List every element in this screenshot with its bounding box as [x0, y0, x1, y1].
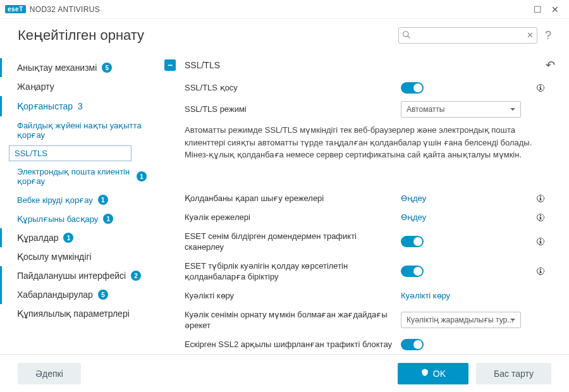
row-cert-rules: Куәлік ережелері Өңдеу 🛈 [157, 208, 563, 227]
search-box: ✕ [398, 27, 537, 44]
label: Куәлік ережелері [185, 212, 393, 223]
sidebar-item-update[interactable]: Жаңарту [0, 77, 157, 96]
sidebar: Анықтау механизмі 5 Жаңарту Қорғаныстар … [0, 52, 157, 354]
sidebar-sub-device[interactable]: Құрылғыны басқару 1 [0, 209, 157, 228]
info-icon[interactable]: 🛈 [535, 193, 546, 204]
sidebar-sub-realtime[interactable]: Файлдық жүйені нақты уақытта қорғау [0, 116, 157, 144]
row-root-cert: ESET түбірлік куәлігін қолдау көрсетілет… [157, 257, 563, 286]
link-edit-cert-rules[interactable]: Өңдеу [401, 212, 426, 222]
toggle-ssl-enable[interactable] [401, 82, 424, 94]
sidebar-item-label: Электрондық пошта клиентін қорғау [17, 167, 132, 186]
svg-line-1 [408, 36, 410, 39]
sidebar-item-label: Хабарландырулар [17, 290, 93, 300]
mode-description: Автоматты режимде SSL/TLS мүмкіндігі тек… [157, 121, 563, 170]
badge: 1 [63, 233, 73, 243]
label: SSL/TLS режимі [185, 104, 393, 115]
cancel-button[interactable]: Бас тарту [476, 363, 551, 384]
sidebar-item-label: Қосылу мүмкіндігі [17, 252, 92, 262]
row-ssl-mode: SSL/TLS режимі Автоматты [157, 97, 563, 121]
sidebar-item-protection[interactable]: Қорғаныстар 3 [0, 96, 157, 116]
sidebar-item-label: Құпиялылық параметрлері [17, 309, 130, 319]
sidebar-item-detection[interactable]: Анықтау механизмі 5 [0, 58, 157, 77]
sidebar-item-label: SSL/TLS [15, 149, 47, 158]
label: Ескірген SSL2 арқылы шифрланған трафикті… [185, 339, 393, 350]
header: Кеңейтілген орнату ✕ ? [0, 19, 569, 52]
clear-search-icon[interactable]: ✕ [527, 30, 534, 40]
label: Куәлік сенімін орнату мүмкін болмаған жа… [185, 309, 393, 331]
toggle-root-cert[interactable] [401, 266, 424, 277]
select-ssl-mode[interactable]: Автоматты [401, 101, 521, 118]
sidebar-item-label: Вебке кіруді қорғау [17, 195, 93, 205]
sidebar-item-notifications[interactable]: Хабарландырулар 5 [0, 285, 157, 304]
row-cert-trust-action: Куәлік сенімін орнату мүмкін болмаған жа… [157, 305, 563, 335]
label: ESET сенім білдірген домендермен трафикт… [185, 231, 393, 253]
badge: 1 [98, 195, 108, 205]
footer: Әдепкі OK Бас тарту [0, 354, 569, 392]
label: Қолданбаны қарап шығу ережелері [185, 193, 393, 204]
link-edit-app-rules[interactable]: Өңдеу [401, 193, 426, 203]
sidebar-item-label: Жаңарту [17, 82, 54, 92]
row-app-rules: Қолданбаны қарап шығу ережелері Өңдеу 🛈 [157, 189, 563, 208]
sidebar-item-connectivity[interactable]: Қосылу мүмкіндігі [0, 247, 157, 266]
reset-icon[interactable]: ↶ [546, 58, 555, 72]
badge: 3 [78, 101, 83, 111]
link-view-cert[interactable]: Куәлікті көру [401, 291, 450, 300]
row-view-cert: Куәлікті көру Куәлікті көру [157, 286, 563, 305]
label: SSL/TLS қосу [185, 82, 393, 94]
info-icon[interactable]: 🛈 [535, 212, 546, 223]
window-close-icon[interactable]: ✕ [546, 1, 564, 18]
label: ESET түбірлік куәлігін қолдау көрсетілет… [185, 260, 393, 283]
shield-icon [420, 368, 429, 379]
sidebar-item-label: Құрылғыны басқару [17, 214, 98, 224]
badge: 5 [102, 63, 112, 73]
search-input[interactable] [398, 27, 537, 44]
sidebar-item-ui[interactable]: Пайдаланушы интерфейсі 2 [0, 266, 157, 285]
ok-label: OK [433, 369, 446, 379]
ok-button[interactable]: OK [398, 363, 468, 384]
default-button[interactable]: Әдепкі [18, 363, 81, 384]
search-icon [402, 30, 411, 41]
help-icon[interactable]: ? [545, 29, 551, 42]
brand-badge: eseT [5, 5, 26, 13]
sidebar-sub-email[interactable]: Электрондық пошта клиентін қорғау 1 [0, 162, 157, 190]
titlebar: eseT NOD32 ANTIVIRUS ☐ ✕ [0, 0, 569, 19]
brand-text: NOD32 ANTIVIRUS [30, 5, 100, 14]
sidebar-item-label: Құралдар [17, 233, 58, 243]
select-cert-trust-action[interactable]: Куәліктің жарамдылығы тур... [401, 312, 521, 328]
row-block-ssl2: Ескірген SSL2 арқылы шифрланған трафикті… [157, 335, 563, 354]
sidebar-sub-ssl-tls[interactable]: SSL/TLS [9, 145, 132, 161]
collapse-icon[interactable]: − [164, 59, 176, 71]
row-ssl-enable: SSL/TLS қосу 🛈 [157, 78, 563, 97]
row-scan-trusted: ESET сенім білдірген домендермен трафикт… [157, 227, 563, 257]
info-icon[interactable]: 🛈 [535, 236, 546, 247]
sidebar-item-label: Файлдық жүйені нақты уақытта қорғау [17, 121, 147, 140]
sidebar-item-privacy[interactable]: Құпиялылық параметрлері [0, 304, 157, 323]
label: Куәлікті көру [185, 290, 393, 302]
page-title: Кеңейтілген орнату [18, 27, 144, 44]
badge: 5 [98, 290, 108, 300]
window-maximize-icon[interactable]: ☐ [529, 1, 546, 18]
sidebar-item-label: Қорғаныстар [17, 101, 73, 111]
badge: 1 [103, 214, 113, 224]
sidebar-sub-web[interactable]: Вебке кіруді қорғау 1 [0, 190, 157, 209]
info-icon[interactable]: 🛈 [535, 83, 546, 93]
info-icon[interactable]: 🛈 [535, 266, 546, 276]
sidebar-item-tools[interactable]: Құралдар 1 [0, 228, 157, 247]
toggle-scan-trusted[interactable] [401, 236, 424, 247]
sidebar-item-label: Анықтау механизмі [17, 63, 97, 73]
badge: 2 [131, 271, 141, 281]
section-header: − SSL/TLS ↶ [157, 52, 563, 78]
toggle-block-ssl2[interactable] [401, 339, 424, 350]
section-title: SSL/TLS [185, 60, 537, 70]
app-logo: eseT NOD32 ANTIVIRUS [5, 5, 100, 14]
svg-point-0 [403, 32, 408, 37]
main-panel: − SSL/TLS ↶ SSL/TLS қосу 🛈 SSL/TLS режим… [157, 52, 569, 354]
badge: 1 [137, 171, 147, 181]
sidebar-item-label: Пайдаланушы интерфейсі [17, 271, 126, 281]
